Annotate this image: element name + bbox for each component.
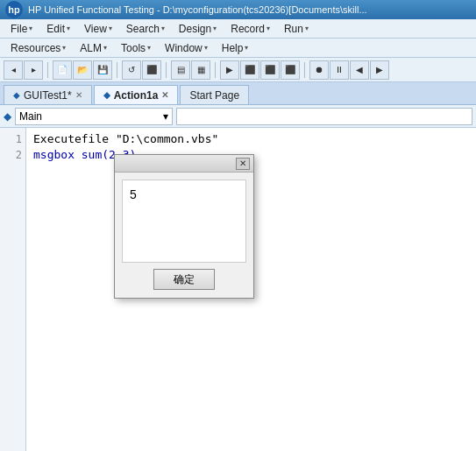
toolbar-debug-button[interactable]: ⬛ [240,60,259,80]
toolbar-sep-2 [117,62,117,78]
toolbar-open-button[interactable]: 📂 [73,60,92,80]
menu-design-arrow-icon: ▾ [213,25,217,32]
tabs-bar: ◆ GUITest1* ✕ ◆ Action1a ✕ Start Page [0,82,476,105]
toolbar-group-record: ⏺ ⏸ ◀ ▶ [309,60,389,80]
toolbar-group-edit: ↺ ⬛ [122,60,161,80]
menu-help-arrow-icon: ▾ [245,44,248,52]
menu-tools[interactable]: Tools▾ [114,40,158,56]
menu-alm-arrow-icon: ▾ [103,44,107,52]
code-line-1-text: Executefile "D:\common.vbs" [33,132,218,145]
menu-window[interactable]: Window▾ [158,40,215,56]
line-number-2: 2 [0,147,25,163]
line-numbers: 1 2 [0,128,26,451]
toolbar-new-button[interactable]: 📄 [53,60,72,80]
tab-guitest1[interactable]: ◆ GUITest1* ✕ [4,85,92,104]
function-selector-arrow-icon: ▾ [163,110,168,123]
tab-guitest1-close-button[interactable]: ✕ [75,90,82,100]
menu-bar-primary: File▾ Edit▾ View▾ Search▾ Design▾ Record… [0,19,476,39]
toolbar-run-button[interactable]: ▶ [220,60,239,80]
toolbar-pause-button[interactable]: ⏸ [330,60,349,80]
menu-record-arrow-icon: ▾ [266,25,270,32]
message-dialog: ✕ 5 确定 [114,154,254,299]
function-input[interactable] [176,108,472,125]
code-line-1: Executefile "D:\common.vbs" [33,131,469,147]
toolbar-sep-5 [304,62,305,78]
dialog-ok-button[interactable]: 确定 [153,269,215,290]
menu-bar-secondary: Resources▾ ALM▾ Tools▾ Window▾ Help▾ [0,39,476,58]
tab-guitest1-icon: ◆ [13,90,20,100]
menu-record[interactable]: Record▾ [224,21,277,37]
toolbar-refresh-button[interactable]: ↺ [122,60,141,80]
toolbar-group-file: 📄 📂 💾 [53,60,112,80]
dialog-buttons: 确定 [115,266,253,298]
toolbar-group-view: ▤ ▦ [171,60,210,80]
hp-logo-icon: hp [5,1,23,18]
menu-view-arrow-icon: ▾ [109,25,112,32]
tab-start-page-label: Start Page [189,89,239,102]
toolbar-step-button[interactable]: ⬛ [260,60,280,80]
title-bar-text: HP Unified Functional Testing - D:\mycon… [28,4,471,15]
menu-edit[interactable]: Edit▾ [39,21,77,37]
tab-action1a[interactable]: ◆ Action1a ✕ [94,85,179,104]
tab-guitest1-label: GUITest1* [24,89,72,102]
menu-search[interactable]: Search▾ [119,21,172,37]
dialog-content: 5 [122,180,246,263]
code-editor: 1 2 Executefile "D:\common.vbs" msgbox s… [0,128,476,451]
menu-run-arrow-icon: ▾ [305,25,309,32]
toolbar-stop-button[interactable]: ⬛ [142,60,161,80]
menu-edit-arrow-icon: ▾ [67,25,70,32]
menu-resources[interactable]: Resources▾ [4,40,73,56]
function-bar-diamond-icon: ◆ [4,110,11,123]
menu-search-arrow-icon: ▾ [161,25,165,32]
menu-window-arrow-icon: ▾ [204,44,208,52]
toolbar-view1-button[interactable]: ▤ [171,60,190,80]
function-selector[interactable]: Main ▾ [15,108,173,125]
menu-alm[interactable]: ALM▾ [73,40,114,56]
toolbar-stepover-button[interactable]: ⬛ [281,60,300,80]
toolbar: ◂ ▸ 📄 📂 💾 ↺ ⬛ ▤ ▦ ▶ ⬛ ⬛ ⬛ ⏺ ⏸ ◀ [0,58,476,82]
menu-tools-arrow-icon: ▾ [147,44,151,52]
toolbar-fwd-button[interactable]: ▸ [24,60,43,80]
line-number-1: 1 [0,131,25,147]
toolbar-group-run: ▶ ⬛ ⬛ ⬛ [220,60,300,80]
toolbar-prev-button[interactable]: ◀ [350,60,369,80]
menu-file[interactable]: File▾ [4,21,39,37]
title-bar: hp HP Unified Functional Testing - D:\my… [0,0,476,19]
tab-action1a-close-button[interactable]: ✕ [161,90,168,100]
menu-file-arrow-icon: ▾ [29,25,32,32]
toolbar-save-button[interactable]: 💾 [93,60,112,80]
dialog-close-button[interactable]: ✕ [236,158,250,170]
toolbar-group-nav: ◂ ▸ [4,60,43,80]
menu-view[interactable]: View▾ [77,21,119,37]
function-selector-value: Main [19,110,42,123]
toolbar-back-button[interactable]: ◂ [4,60,23,80]
toolbar-view2-button[interactable]: ▦ [191,60,210,80]
menu-resources-arrow-icon: ▾ [62,44,66,52]
toolbar-next-button[interactable]: ▶ [370,60,389,80]
toolbar-sep-3 [166,62,167,78]
tab-start-page[interactable]: Start Page [180,85,249,104]
toolbar-record-button[interactable]: ⏺ [309,60,329,80]
function-bar: ◆ Main ▾ [0,105,476,128]
menu-help[interactable]: Help▾ [215,40,256,56]
toolbar-sep-1 [47,62,48,78]
menu-design[interactable]: Design▾ [172,21,224,37]
toolbar-sep-4 [215,62,216,78]
tab-action1a-label: Action1a [114,89,159,102]
dialog-titlebar: ✕ [115,155,253,173]
menu-run[interactable]: Run▾ [277,21,316,37]
tab-action1a-icon: ◆ [103,90,110,100]
dialog-value: 5 [130,187,137,201]
